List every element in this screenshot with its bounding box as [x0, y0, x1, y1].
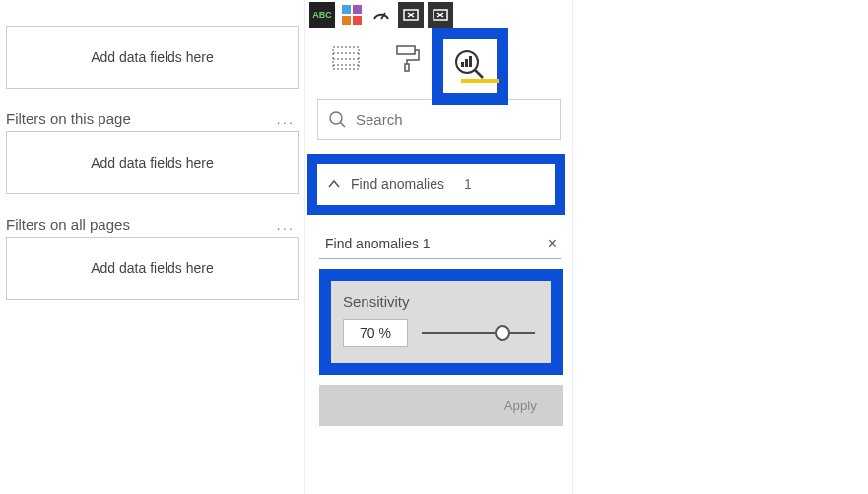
- dropzone-all-filters[interactable]: Add data fields here: [6, 237, 299, 300]
- search-input[interactable]: [356, 111, 550, 128]
- slider-thumb[interactable]: [495, 325, 510, 341]
- close-icon[interactable]: ×: [548, 235, 557, 252]
- filters-page-header: Filters on this page ...: [6, 110, 299, 127]
- viz-card-abc-icon[interactable]: ABC: [309, 2, 335, 28]
- sensitivity-unit: %: [379, 325, 391, 341]
- find-anomalies-accordion-highlight: Find anomalies 1: [307, 154, 565, 215]
- svg-rect-2: [342, 16, 351, 25]
- svg-rect-21: [469, 56, 472, 67]
- analytics-magnifier-icon: [453, 48, 487, 82]
- svg-rect-1: [353, 5, 362, 14]
- dropzone-text: Add data fields here: [91, 49, 214, 65]
- dropzone-text: Add data fields here: [91, 155, 214, 171]
- chevron-up-icon[interactable]: [327, 177, 341, 191]
- sensitivity-section-highlight: Sensitivity 70 %: [319, 269, 563, 375]
- sensitivity-input[interactable]: 70 %: [343, 319, 408, 347]
- analytics-tab-highlight: [432, 28, 508, 105]
- fields-icon: [332, 46, 360, 70]
- filters-all-header: Filters on all pages ...: [6, 216, 299, 233]
- sensitivity-label: Sensitivity: [343, 293, 539, 310]
- analytics-tab[interactable]: [453, 48, 487, 85]
- apply-button[interactable]: Apply: [319, 385, 563, 426]
- sensitivity-slider[interactable]: [422, 332, 535, 334]
- fields-tab[interactable]: [329, 41, 363, 75]
- accordion-label[interactable]: Find anomalies: [351, 176, 444, 192]
- more-icon[interactable]: ...: [276, 110, 299, 127]
- filters-panel: Add data fields here Filters on this pag…: [0, 0, 305, 494]
- search-icon: [328, 110, 346, 128]
- viz-treemap-icon[interactable]: [339, 2, 365, 28]
- dropzone-page-filters[interactable]: Add data fields here: [6, 131, 299, 194]
- visualizations-panel: ABC: [305, 0, 573, 494]
- svg-rect-16: [405, 64, 409, 71]
- svg-rect-3: [353, 16, 362, 25]
- svg-rect-11: [333, 47, 359, 69]
- svg-rect-19: [461, 62, 464, 67]
- dropzone-visual-filters[interactable]: Add data fields here: [6, 26, 299, 89]
- filters-page-label: Filters on this page: [6, 110, 131, 127]
- paint-roller-icon: [394, 44, 420, 72]
- blank-area: [573, 0, 868, 494]
- viz-card-delete1-icon[interactable]: [398, 2, 424, 28]
- sensitivity-value: 70: [360, 325, 375, 341]
- svg-rect-15: [397, 46, 415, 54]
- viz-type-row: ABC: [305, 0, 572, 28]
- svg-rect-0: [342, 5, 351, 14]
- anomaly-card-title[interactable]: Find anomalies 1: [325, 236, 431, 251]
- viz-gauge-icon[interactable]: [368, 2, 394, 28]
- svg-line-23: [340, 122, 345, 127]
- accordion-count: 1: [464, 176, 472, 192]
- format-tab[interactable]: [390, 41, 424, 75]
- filters-all-label: Filters on all pages: [6, 216, 130, 233]
- anomaly-card-header: Find anomalies 1 ×: [319, 229, 561, 259]
- more-icon[interactable]: ...: [276, 216, 299, 233]
- active-tab-underline: [461, 79, 499, 83]
- svg-rect-20: [465, 59, 468, 67]
- dropzone-text: Add data fields here: [91, 260, 214, 276]
- svg-line-18: [475, 70, 483, 78]
- sensitivity-row: 70 %: [343, 319, 539, 347]
- viz-card-delete2-icon[interactable]: [428, 2, 453, 28]
- search-box[interactable]: [317, 99, 561, 140]
- apply-label: Apply: [504, 398, 537, 413]
